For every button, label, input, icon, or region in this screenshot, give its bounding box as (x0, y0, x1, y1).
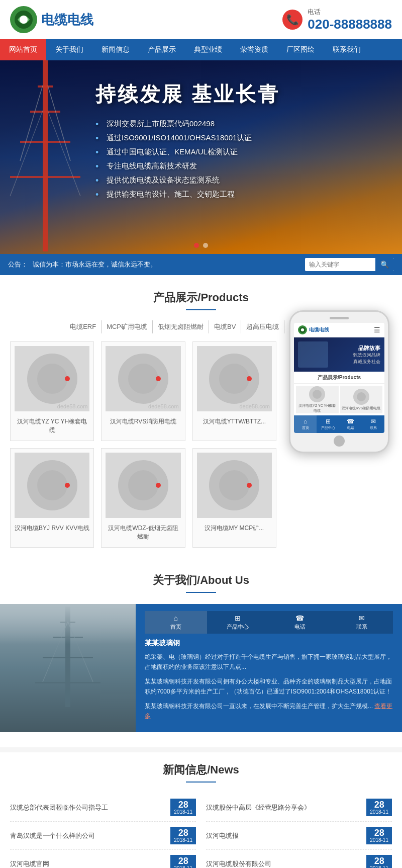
news-title-7[interactable]: 汉河电缆股份有限公司 (206, 859, 362, 868)
search-button[interactable]: 🔍 (375, 258, 394, 271)
news-date-1: 28 2018-11 (170, 799, 196, 816)
phone-product-1[interactable]: 汉河电缆YZ YC YH橡套电缆 (296, 386, 339, 413)
banner-bullet-1: •深圳交易所上市股票代码002498 (95, 119, 387, 129)
tab-mcp[interactable]: MCP矿用电缆 (102, 320, 153, 333)
search-box: 🔍 (305, 258, 394, 271)
product-name-1: 汉河电缆YZ YC YH橡套电缆 (15, 415, 89, 437)
phone-product-2[interactable]: 汉河电缆RVS消防用电缆 (340, 386, 383, 413)
about-nav-products[interactable]: ⊞ 产品中心 (207, 611, 269, 634)
nav-item-about[interactable]: 关于我们 (46, 39, 92, 60)
news-item-6: 汉河电缆报 28 2018-11 (206, 822, 392, 850)
nav-item-contact[interactable]: 联系我们 (324, 39, 370, 60)
about-mini-nav: ⌂ 首页 ⊞ 产品中心 ☎ 电话 ✉ 联系 (145, 611, 393, 634)
phone-banner-sub2: 真诚服务社会 (353, 359, 380, 365)
svg-rect-18 (43, 657, 93, 658)
product-card-2[interactable]: dede58.com 汉河电缆RVS消防用电缆 (101, 341, 185, 441)
nav-item-honor[interactable]: 荣誉资质 (231, 39, 277, 60)
about-text3: 某某玻璃钢科技开发有限公司一直以来，在发展中不断完善生产管理，扩大生产规模...… (145, 701, 393, 722)
news-title-5[interactable]: 汉缆股份中高层《经营思路分享会》 (206, 803, 362, 812)
about-nav-home[interactable]: ⌂ 首页 (145, 611, 207, 634)
phone-nav-home[interactable]: ⌂ 首页 (294, 415, 317, 433)
banner-dots (194, 243, 208, 248)
phone-nav-contact[interactable]: ✉ 联系 (362, 415, 384, 433)
phone-banner-heading: 品牌故事 (353, 344, 380, 352)
about-company-name: 某某玻璃钢 (145, 639, 393, 648)
products-section: 产品展示/Products 电缆ERF MCP矿用电缆 低烟无卤阻燃耐 电缆BV… (0, 285, 402, 558)
tab-erf[interactable]: 电缆ERF (65, 320, 102, 333)
product-card-4[interactable]: 汉河电缆BYJ RVV KVV电线 (10, 448, 94, 548)
news-left: 汉缆总部代表团莅临作公司指导工 28 2018-11 青岛汉缆是一个什么样的公司… (10, 794, 196, 868)
phone-nav-phone[interactable]: ☎ 电话 (339, 415, 362, 433)
main-nav: 网站首页 关于我们 新闻信息 产品展示 典型业绩 荣誉资质 厂区图绘 联系我们 (0, 39, 402, 60)
news-title-1[interactable]: 汉缆总部代表团莅临作公司指导工 (10, 803, 166, 812)
nav-item-home[interactable]: 网站首页 (0, 39, 46, 60)
banner-bullet-5: •提供优质电缆及设备状态监测系统 (95, 176, 387, 185)
site-header: 电缆电线 📞 电话 020-88888888 (0, 0, 402, 39)
nav-item-factory[interactable]: 厂区图绘 (277, 39, 324, 60)
svg-line-8 (20, 85, 43, 161)
banner-bullets: •深圳交易所上市股票代码002498 •通过ISO9001/ISO14001/O… (95, 119, 387, 199)
news-title-3[interactable]: 汉河电缆官网 (10, 859, 166, 868)
about-nav-phone[interactable]: ☎ 电话 (269, 611, 331, 634)
phone-area: 📞 电话 020-88888888 (282, 8, 392, 32)
notice-text: 诚信为本：市场永远在变，诚信永远不变。 (33, 260, 300, 269)
news-title-6[interactable]: 汉河电缆报 (206, 831, 362, 840)
nav-item-news[interactable]: 新闻信息 (92, 39, 139, 60)
notice-bar: 公告： 诚信为本：市场永远在变，诚信永远不变。 🔍 (0, 254, 402, 275)
news-section: 新闻信息/News 汉缆总部代表团莅临作公司指导工 28 2018-11 青岛汉… (0, 752, 402, 868)
news-item-7: 汉河电缆股份有限公司 28 2018-11 (206, 850, 392, 868)
phone-icon: 📞 (282, 10, 303, 30)
news-title: 新闻信息/News (10, 762, 392, 777)
logo-area: 电缆电线 (10, 6, 93, 33)
about-section: 关于我们/About Us ⌂ 首页 (0, 568, 402, 747)
phone-banner-sub1: 甄选汉河品牌 (353, 352, 380, 359)
about-nav-contact[interactable]: ✉ 联系 (331, 611, 393, 634)
phone-section-title: 产品展示/Products (294, 372, 384, 384)
phone-product-label-1: 汉河电缆YZ YC YH橡套电缆 (296, 403, 339, 413)
logo-text: 电缆电线 (41, 11, 93, 29)
tab-bv[interactable]: 电缆BV (209, 320, 241, 333)
phone-details: 电话 020-88888888 (308, 8, 392, 32)
tower-svg (0, 60, 90, 254)
phone-number: 020-88888888 (308, 17, 392, 32)
svg-rect-4 (38, 85, 53, 88)
tab-high-voltage[interactable]: 超高压电缆 (241, 320, 284, 333)
banner-bullet-4: •专注电线电缆高新技术研发 (95, 161, 387, 171)
nav-item-products[interactable]: 产品展示 (139, 39, 185, 60)
about-content: ⌂ 首页 ⊞ 产品中心 ☎ 电话 ✉ 联系 某某玻璃钢 绝采架、电（玻璃钢）经过… (136, 604, 402, 732)
svg-point-2 (20, 16, 28, 24)
phone-nav-products[interactable]: ⊞ 产品中心 (317, 415, 339, 433)
banner-title: 持续发展 基业长青 (95, 80, 387, 108)
svg-rect-7 (10, 176, 80, 178)
product-card-5[interactable]: 汉河电缆WDZ-低烟无卤阻燃耐 (101, 448, 185, 548)
svg-rect-3 (43, 60, 48, 251)
banner-dot-2[interactable] (203, 243, 208, 248)
phone-product-label-2: 汉河电缆RVS消防用电缆 (341, 406, 381, 411)
about-text1: 绝采架、电（玻璃钢）经过对于打造千个电缆生产与销售，旗下拥一家玻璃钢制品大型展厅… (145, 652, 393, 672)
news-right: 汉缆股份中高层《经营思路分享会》 28 2018-11 汉河电缆报 28 201… (206, 794, 392, 868)
search-input[interactable] (305, 259, 375, 270)
news-item-2: 青岛汉缆是一个什么样的公司 28 2018-11 (10, 822, 196, 850)
product-card-6[interactable]: 汉河电缆MY MCP矿... (192, 448, 276, 548)
notice-label: 公告： (8, 260, 28, 269)
banner-content: 持续发展 基业长青 •深圳交易所上市股票代码002498 •通过ISO9001/… (80, 60, 402, 214)
about-title: 关于我们/About Us (0, 573, 402, 588)
banner-bullet-6: •提供输变电的设计、施工、交钥匙工程 (95, 190, 387, 199)
news-item-5: 汉缆股份中高层《经营思路分享会》 28 2018-11 (206, 794, 392, 822)
news-title-2[interactable]: 青岛汉缆是一个什么样的公司 (10, 831, 166, 840)
tab-low-smoke[interactable]: 低烟无卤阻燃耐 (153, 320, 209, 333)
product-card-3[interactable]: dede58.com 汉河电缆YTTW/BTTZ... (192, 341, 276, 441)
news-item-3: 汉河电缆官网 28 2018-11 (10, 850, 196, 868)
product-name-5: 汉河电缆WDZ-低烟无卤阻燃耐 (106, 522, 180, 543)
banner-dot-1[interactable] (194, 243, 199, 248)
about-text2: 某某玻璃钢科技开发有限公司拥有办公大楼和专业、品种齐全的玻璃钢制品大型展厅，占地… (145, 676, 393, 697)
products-title: 产品展示/Products (10, 290, 392, 305)
product-card-1[interactable]: dede58.com 汉河电缆YZ YC YH橡套电缆 (10, 341, 94, 441)
svg-rect-6 (20, 141, 70, 143)
product-name-6: 汉河电缆MY MCP矿... (197, 522, 272, 535)
banner-bullet-2: •通过ISO9001/ISO14001/OHSAS18001认证 (95, 133, 387, 143)
nav-item-cases[interactable]: 典型业绩 (185, 39, 231, 60)
product-name-2: 汉河电缆RVS消防用电缆 (106, 415, 180, 428)
phone-logo-text: 电缆电线 (309, 326, 329, 333)
product-name-4: 汉河电缆BYJ RVV KVV电线 (15, 522, 89, 535)
